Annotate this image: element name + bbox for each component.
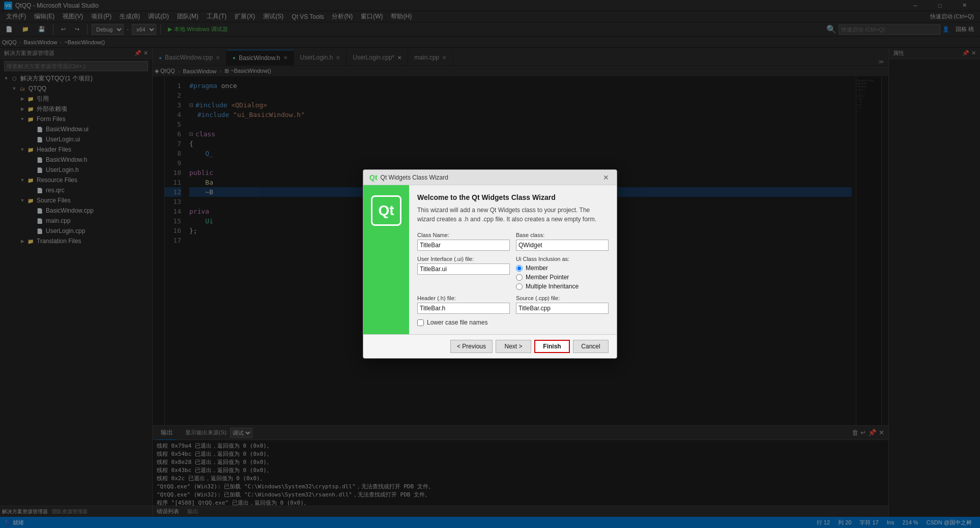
source-file-group: Source (.cpp) file: — [516, 295, 609, 314]
wizard-title-icon: Qt — [369, 173, 378, 182]
modal-overlay: Qt Qt Widgets Class Wizard ✕ Qt Welcome … — [0, 0, 980, 528]
previous-button[interactable]: < Previous — [450, 340, 493, 353]
cancel-button[interactable]: Cancel — [573, 340, 609, 353]
source-file-label: Source (.cpp) file: — [516, 295, 609, 301]
class-name-input[interactable] — [417, 240, 510, 251]
qt-logo-text: Qt — [378, 202, 394, 219]
radio-multiple-inheritance-label: Multiple Inheritance — [526, 283, 579, 290]
lowercase-checkbox-area: Lower case file names — [417, 319, 609, 326]
wizard-form: Class Name: Base class: User Interface (… — [417, 232, 609, 314]
class-name-label: Class Name: — [417, 232, 510, 238]
radio-member-pointer-input[interactable] — [516, 274, 523, 281]
radio-member-pointer[interactable]: Member Pointer — [516, 274, 609, 281]
wizard-footer: < Previous Next > Finish Cancel — [363, 334, 617, 358]
lowercase-checkbox[interactable] — [417, 319, 424, 326]
wizard-content: Welcome to the Qt Widgets Class Wizard T… — [409, 185, 617, 334]
ui-inclusion-group: Ui Class Inclusion as: Member Member Poi… — [516, 256, 609, 290]
source-file-input[interactable] — [516, 303, 609, 314]
wizard-titlebar-left: Qt Qt Widgets Class Wizard — [369, 173, 448, 182]
wizard-dialog: Qt Qt Widgets Class Wizard ✕ Qt Welcome … — [363, 169, 617, 359]
ui-file-group: User Interface (.ui) file: — [417, 256, 510, 290]
radio-group: Member Member Pointer Multiple Inheritan… — [516, 265, 609, 290]
radio-multiple-inheritance[interactable]: Multiple Inheritance — [516, 283, 609, 290]
radio-multiple-inheritance-input[interactable] — [516, 283, 523, 290]
qt-logo: Qt — [371, 195, 401, 226]
base-class-group: Base class: — [516, 232, 609, 251]
ui-file-input[interactable] — [417, 263, 510, 275]
wizard-title-text: Qt Widgets Class Wizard — [381, 174, 448, 181]
base-class-input[interactable] — [516, 240, 609, 251]
finish-button[interactable]: Finish — [534, 340, 570, 353]
wizard-banner: Qt — [363, 185, 409, 334]
header-file-label: Header (.h) file: — [417, 295, 510, 301]
base-class-label: Base class: — [516, 232, 609, 238]
class-name-group: Class Name: — [417, 232, 510, 251]
wizard-description: This wizard will add a new Qt Widgets cl… — [417, 206, 609, 224]
radio-member-pointer-label: Member Pointer — [526, 274, 569, 281]
wizard-close-button[interactable]: ✕ — [601, 173, 611, 182]
ui-inclusion-label: Ui Class Inclusion as: — [516, 256, 609, 262]
wizard-body: Qt Welcome to the Qt Widgets Class Wizar… — [363, 185, 617, 334]
wizard-heading: Welcome to the Qt Widgets Class Wizard — [417, 193, 609, 201]
next-button[interactable]: Next > — [496, 340, 531, 353]
ui-file-label: User Interface (.ui) file: — [417, 256, 510, 262]
header-file-input[interactable] — [417, 303, 510, 314]
wizard-titlebar: Qt Qt Widgets Class Wizard ✕ — [363, 170, 617, 185]
lowercase-label: Lower case file names — [427, 319, 487, 326]
header-file-group: Header (.h) file: — [417, 295, 510, 314]
radio-member-label: Member — [526, 265, 548, 272]
radio-member[interactable]: Member — [516, 265, 609, 272]
radio-member-input[interactable] — [516, 265, 523, 272]
